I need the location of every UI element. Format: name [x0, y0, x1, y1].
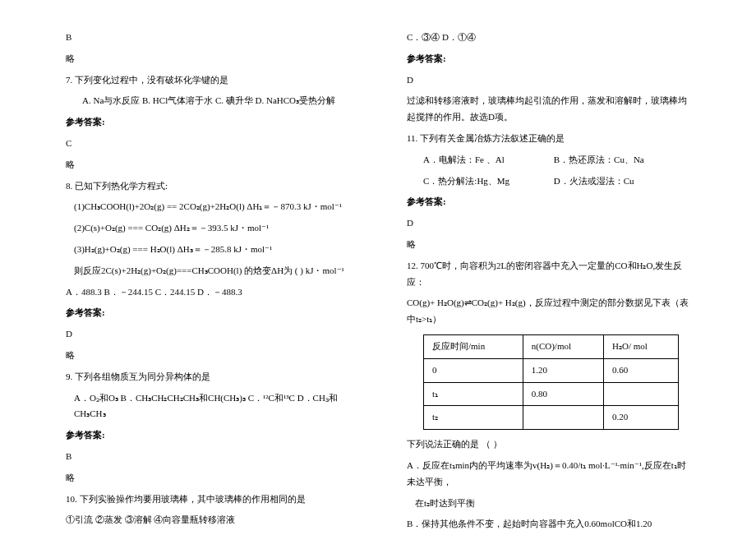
q8-eq1: (1)CH₃COOH(l)+2O₂(g) == 2CO₂(g)+2H₂O(l) … [66, 199, 349, 215]
q11-optB: B．热还原法：Cu、Na [554, 155, 644, 164]
q12-r1c3: 0.60 [604, 358, 679, 382]
q8-ask: 则反应2C(s)+2H₂(g)+O₂(g)===CH₃COOH(l) 的焓变ΔH… [66, 263, 349, 279]
q12-r2c3 [604, 382, 679, 406]
q12-th2: n(CO)/mol [523, 334, 603, 358]
q8-answer-label: 参考答案: [66, 305, 349, 321]
q9-options: A．O₂和O₃ B．CH₃CH₂CH₂CH₃和CH(CH₃)₃ C．¹²C和¹³… [66, 390, 349, 423]
q9-stem: 9. 下列各组物质互为同分异构体的是 [66, 369, 349, 385]
q10-options-cd: C．③④ D．①④ [407, 30, 690, 46]
left-column: B 略 7. 下列变化过程中，没有破坏化学键的是 A. Na与水反应 B. HC… [66, 25, 349, 535]
q10-answer: D [407, 72, 690, 89]
q12-optA1: A．反应在t₁min内的平均速率为v(H₂)＝0.40/t₁ mol·L⁻¹·m… [407, 458, 690, 491]
q11-stem: 11. 下列有关金属冶炼方法叙述正确的是 [407, 131, 690, 147]
table-row: 0 1.20 0.60 [424, 358, 679, 382]
q10-stem: 10. 下列实验操作均要用玻璃棒，其中玻璃棒的作用相同的是 [66, 491, 349, 508]
q12-r2c2: 0.80 [523, 382, 603, 406]
q8-options: A．488.3 B．－244.15 C．244.15 D．－488.3 [66, 284, 349, 301]
q7-answer: C [66, 136, 349, 152]
q9-answer-label: 参考答案: [66, 427, 349, 444]
q8-eq3: (3)H₂(g)+O₂(g) === H₂O(l) ΔH₃＝－285.8 kJ・… [66, 242, 349, 258]
q9-answer: B [66, 449, 349, 465]
q7-options: A. Na与水反应 B. HCl气体溶于水 C. 碘升华 D. NaHCO₃受热… [66, 93, 349, 109]
table-row: t₂ 0.20 [424, 406, 679, 430]
q11-answer: D [407, 215, 690, 232]
q8-stem: 8. 已知下列热化学方程式: [66, 178, 349, 195]
q12-optB1: B．保持其他条件不变，起始时向容器中充入0.60molCO和1.20 molH₂… [407, 516, 690, 535]
q8-eq2: (2)C(s)+O₂(g) === CO₂(g) ΔH₂＝－393.5 kJ・m… [66, 220, 349, 237]
q8-answer: D [66, 326, 349, 343]
q10-explanation: 过滤和转移溶液时，玻璃棒均起引流的作用，蒸发和溶解时，玻璃棒均起搅拌的作用。故选… [407, 93, 690, 126]
q12-th3: H₂O/ mol [604, 334, 679, 358]
q12-table: 反应时间/min n(CO)/mol H₂O/ mol 0 1.20 0.60 … [423, 334, 679, 430]
q11-optA: A．电解法：Fe 、Al [423, 152, 551, 168]
q11-optD: D．火法或湿法：Cu [554, 176, 634, 186]
q12-r3c3: 0.20 [604, 406, 679, 430]
q12-r3c2 [523, 406, 603, 430]
q12-th1: 反应时间/min [424, 334, 523, 358]
prev-answer: B [66, 30, 349, 46]
q12-r2c1: t₁ [424, 382, 523, 406]
q12-ask: 下列说法正确的是 （ ） [407, 436, 690, 453]
brief: 略 [66, 51, 349, 67]
right-column: C．③④ D．①④ 参考答案: D 过滤和转移溶液时，玻璃棒均起引流的作用，蒸发… [407, 25, 690, 535]
q10-list: ①引流 ②蒸发 ③溶解 ④向容量瓶转移溶液 [66, 512, 349, 528]
q11-answer-label: 参考答案: [407, 194, 690, 210]
q7-brief: 略 [66, 157, 349, 173]
q12-r1c1: 0 [424, 358, 523, 382]
q12-stem: 12. 700℃时，向容积为2L的密闭容器中充入一定量的CO和H₂O,发生反应： [407, 258, 690, 291]
q12-equation: CO(g)+ H₂O(g)⇌CO₂(g)+ H₂(g)，反应过程中测定的部分数据… [407, 295, 690, 328]
q11-row2: C．热分解法:Hg、Mg D．火法或湿法：Cu [407, 173, 690, 190]
q7-stem: 7. 下列变化过程中，没有破坏化学键的是 [66, 72, 349, 89]
table-row: t₁ 0.80 [424, 382, 679, 406]
q12-optA2: 在t₂时达到平衡 [407, 496, 690, 512]
q11-row1: A．电解法：Fe 、Al B．热还原法：Cu、Na [407, 152, 690, 168]
q12-r1c2: 1.20 [523, 358, 603, 382]
q7-answer-label: 参考答案: [66, 114, 349, 131]
q9-brief: 略 [66, 470, 349, 487]
table-row: 反应时间/min n(CO)/mol H₂O/ mol [424, 334, 679, 358]
q11-optC: C．热分解法:Hg、Mg [423, 173, 551, 190]
q10-answer-label: 参考答案: [407, 51, 690, 67]
q11-brief: 略 [407, 237, 690, 253]
q12-r3c1: t₂ [424, 406, 523, 430]
q8-brief: 略 [66, 348, 349, 364]
